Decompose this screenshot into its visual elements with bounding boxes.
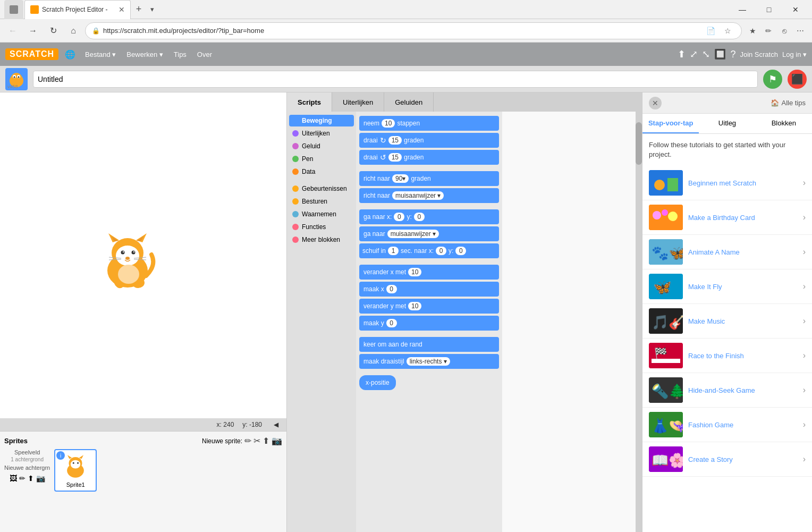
tip-item-birthday[interactable]: Make a Birthday Card › — [642, 200, 812, 235]
menu-bestand[interactable]: Bestand ▾ — [82, 48, 119, 61]
language-button[interactable]: 🌐 — [63, 47, 78, 62]
workspace-scrollthumb[interactable] — [636, 122, 642, 165]
tip-item-fashion[interactable]: 👗👒 Fashion Game › — [642, 408, 812, 442]
minimize-button[interactable]: — — [730, 0, 755, 19]
tip-thumb-beginnen — [649, 170, 683, 196]
block-change-y[interactable]: verander y met 10 — [359, 299, 499, 314]
tab-geluiden[interactable]: Geluiden — [384, 92, 434, 112]
tip-title-animate: Animate A Name — [688, 248, 798, 256]
login-link[interactable]: Log in ▾ — [782, 50, 807, 58]
green-flag-button[interactable]: ⚑ — [763, 70, 782, 89]
refresh-button[interactable]: ↻ — [45, 22, 62, 39]
bg-edit-button[interactable]: ✏ — [19, 474, 26, 483]
subtab-blokken[interactable]: Blokken — [756, 114, 812, 133]
workspace-scrollbar[interactable] — [636, 112, 642, 532]
block-bounce[interactable]: keer om aan de rand — [359, 337, 499, 352]
tab-new-button[interactable]: + — [131, 2, 147, 18]
reader-icon[interactable]: 📄 — [703, 23, 718, 38]
menu-over[interactable]: Over — [194, 48, 215, 61]
tab-active[interactable]: Scratch Project Editor - ✕ — [24, 0, 131, 19]
address-box[interactable]: 🔒 https://scratch.mit.edu/projects/edito… — [85, 22, 742, 39]
project-name-input[interactable] — [33, 71, 758, 88]
fullscreen-icon[interactable]: ⤢ — [690, 48, 698, 60]
script-workspace[interactable] — [502, 112, 642, 532]
block-turn-cw[interactable]: draai ↻ 15 graden — [359, 133, 499, 148]
sprite-item[interactable]: i Sprite1 — [54, 449, 97, 492]
category-gebeurtenissen[interactable]: Gebeurtenissen — [289, 183, 354, 195]
block-goto-xy[interactable]: ga naar x: 0 y: 0 — [359, 209, 499, 224]
category-meer-blokken[interactable]: Meer blokken — [289, 234, 354, 246]
back-button[interactable]: ← — [4, 22, 21, 39]
tab-uiterlijken[interactable]: Uiterlijken — [332, 92, 384, 112]
upload-icon[interactable]: ⬆ — [678, 48, 686, 60]
category-pen[interactable]: Pen — [289, 153, 354, 165]
tips-close-button[interactable]: ✕ — [649, 97, 662, 109]
category-besturen[interactable]: Besturen — [289, 196, 354, 207]
expand-icon[interactable]: ◀ — [270, 419, 281, 430]
tip-item-race[interactable]: 🏁 Race to the Finish › — [642, 339, 812, 373]
block-point-toward[interactable]: richt naar muisaanwijzer ▾ — [359, 188, 499, 203]
block-glide[interactable]: schuif in 1 sec. naar x: 0 y: 0 — [359, 243, 499, 258]
upload-sprite-button[interactable]: ⬆ — [263, 436, 269, 446]
menu-tips[interactable]: Tips — [171, 48, 190, 61]
bg-draw-button[interactable]: 🖼 — [10, 474, 17, 483]
block-turn-ccw[interactable]: draai ↺ 15 graden — [359, 150, 499, 165]
category-functies[interactable]: Functies — [289, 221, 354, 233]
category-beweging[interactable]: Beweging — [289, 115, 354, 126]
block-goto-mouse[interactable]: ga naar muisaanwijzer ▾ — [359, 226, 499, 241]
tip-arrow-beginnen: › — [803, 178, 806, 188]
edit-sprite-button[interactable]: ✂ — [253, 436, 260, 446]
join-scratch-link[interactable]: Join Scratch — [740, 50, 778, 58]
tab-scripts[interactable]: Scripts — [287, 92, 332, 112]
block-move-steps[interactable]: neem 10 stappen — [359, 116, 499, 131]
help-icon[interactable]: ? — [730, 49, 735, 60]
bg-upload-button[interactable]: ⬆ — [28, 474, 34, 483]
tips-description: Follow these tutorials to get started wi… — [642, 134, 812, 166]
share-icon[interactable]: ⎋ — [777, 23, 792, 38]
tip-item-makefly[interactable]: 🦋 Make It Fly › — [642, 269, 812, 304]
tip-title-birthday: Make a Birthday Card — [688, 214, 798, 222]
home-button[interactable]: ⌂ — [65, 22, 82, 39]
block-set-y[interactable]: maak y 0 — [359, 316, 499, 331]
tab-arrow[interactable]: ▾ — [147, 2, 157, 18]
tip-item-animate[interactable]: 🐾🦋🦁 Animate A Name › — [642, 235, 812, 269]
forward-button[interactable]: → — [24, 22, 41, 39]
category-geluid[interactable]: Geluid — [289, 140, 354, 152]
block-set-x[interactable]: maak x 0 — [359, 282, 499, 297]
draw-sprite-button[interactable]: ✏ — [244, 436, 251, 446]
address-icons: 📄 ☆ — [703, 23, 735, 38]
svg-point-19 — [133, 251, 134, 252]
tip-thumb-race: 🏁 — [649, 343, 683, 368]
subtab-stap-voor-stap[interactable]: Stap-voor-tap — [642, 114, 699, 133]
block-x-position[interactable]: x-positie — [359, 375, 396, 390]
scratch-logo[interactable]: SCRATCH — [5, 48, 58, 60]
maximize-button[interactable]: □ — [757, 0, 781, 19]
tab-close-button[interactable]: ✕ — [119, 5, 125, 14]
bg-camera-button[interactable]: 📷 — [36, 474, 45, 483]
category-data[interactable]: Data — [289, 166, 354, 178]
menu-bewerken[interactable]: Bewerken ▾ — [123, 48, 166, 61]
bookmark-icon[interactable]: ☆ — [720, 23, 735, 38]
theater-icon[interactable]: ⤡ — [702, 48, 710, 60]
shrink-icon[interactable]: 🔲 — [714, 48, 726, 60]
tip-item-hideseek[interactable]: 🔦🌲 Hide-and-Seek Game › — [642, 373, 812, 408]
stop-button[interactable]: ⬛ — [788, 70, 807, 89]
block-point-direction[interactable]: richt naar 90▾ graden — [359, 171, 499, 186]
tip-item-music[interactable]: 🎵🎸 Make Music › — [642, 304, 812, 339]
category-uiterlijken[interactable]: Uiterlijken — [289, 128, 354, 139]
subtab-uitleg[interactable]: Uitleg — [699, 114, 755, 133]
all-tips-button[interactable]: 🏠 Alle tips — [771, 99, 806, 107]
stage-canvas[interactable] — [0, 92, 286, 418]
close-button[interactable]: ✕ — [783, 0, 808, 19]
tip-item-story[interactable]: 📖🌸 Create a Story › — [642, 442, 812, 477]
category-waarnemen[interactable]: Waarnemen — [289, 208, 354, 220]
block-set-rotation[interactable]: maak draaistijl links-rechts ▾ — [359, 354, 499, 369]
tab-inactive[interactable] — [4, 0, 23, 19]
block-change-x[interactable]: verander x met 10 — [359, 265, 499, 280]
pen-icon[interactable]: ✏ — [761, 23, 776, 38]
tip-item-beginnen[interactable]: Beginnen met Scratch › — [642, 166, 812, 200]
camera-sprite-button[interactable]: 📷 — [272, 436, 282, 446]
more-icon[interactable]: ⋯ — [793, 23, 808, 38]
tip-thumb-makefly: 🦋 — [649, 274, 683, 299]
favorites-icon[interactable]: ★ — [745, 23, 760, 38]
